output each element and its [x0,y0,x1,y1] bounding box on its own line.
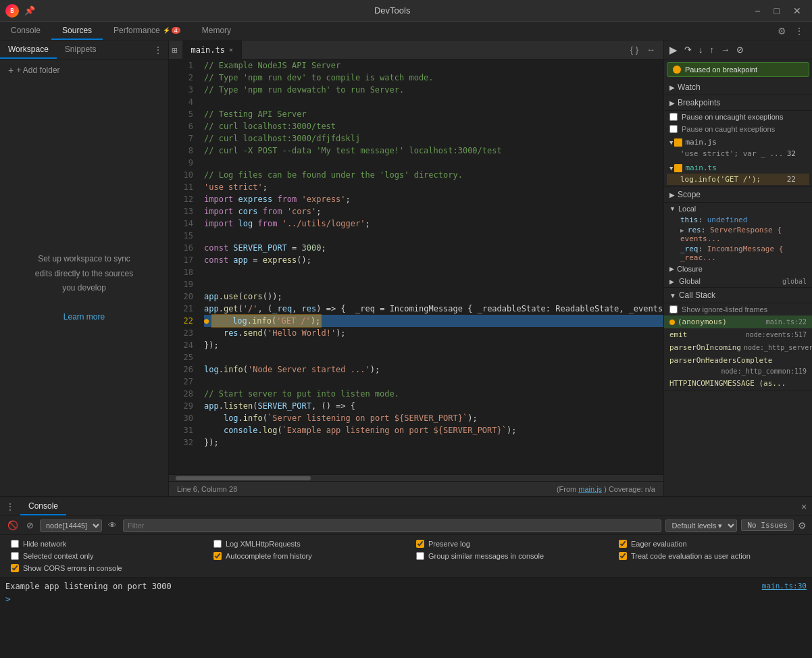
learn-more-link[interactable]: Learn more [64,312,105,322]
call-stack-section-header[interactable]: ▼ Call Stack [664,287,812,303]
scope-local-header[interactable]: ▼ Local [664,203,812,215]
console-tab-item[interactable]: Console [20,497,66,515]
add-folder-button[interactable]: + + Add folder [0,59,168,81]
console-input[interactable] [16,594,807,604]
scope-item-req: _req: IncomingMessage { _reac... [675,244,812,263]
code-line: // curl -X POST --data 'My test message!… [204,145,663,157]
scope-item-res[interactable]: ▶ res: ServerResponse { events... [675,225,812,244]
show-ignore-checkbox[interactable] [669,305,678,313]
bp-file-name-main-js: main.js [685,138,716,147]
treat-code-checkbox[interactable] [619,552,627,560]
eager-eval-checkbox[interactable] [619,540,627,548]
file-tab-bar: ⊞ main.ts ✕ { } ↔ [169,41,663,59]
code-line-22: ● log.info('GET /'); [204,315,663,327]
pause-uncaught-label: Pause on uncaught exceptions [682,113,783,121]
right-panel: ▶ ↷ ↓ ↑ → ⊘ Paused on breakpoint ▶ Watch… [663,41,812,496]
opt-preserve-log: Preserve log [405,538,608,550]
left-sidebar: Workspace Snippets ⋮ + + Add folder Set … [0,41,169,496]
code-scroll-area[interactable]: 1 2 3 4 5 6 7 8 9 10 11 12 13 14 15 16 1 [169,59,663,474]
devtools-settings-button[interactable]: ⚙ [775,24,789,38]
status-bar: Line 6, Column 28 (From main.js ) Covera… [169,481,663,496]
code-line: // Type 'npm run dev' to compile is watc… [204,72,663,84]
show-cors-checkbox[interactable] [11,564,19,572]
clear-console-button[interactable]: 🚫 [5,520,20,530]
console-tab-bar: ⋮ Console ✕ [0,497,812,516]
line-numbers: 1 2 3 4 5 6 7 8 9 10 11 12 13 14 15 16 1 [169,59,199,474]
sidebar-more-icon[interactable]: ⋮ [148,45,168,55]
call-stack-item-emit[interactable]: emit node:events:517 [664,328,812,341]
scope-closure-header[interactable]: ▶ Closure [664,263,812,275]
scope-section-header[interactable]: ▶ Scope [664,186,812,203]
watch-label: Watch [678,82,701,92]
console-close-icon[interactable]: ✕ [796,501,812,511]
devtools-more-button[interactable]: ⋮ [792,24,807,38]
file-tab-close[interactable]: ✕ [229,46,233,53]
hide-network-checkbox[interactable] [11,540,19,548]
code-line: }); [204,339,663,351]
step-out-button[interactable]: ↑ [707,43,717,56]
log-location-link[interactable]: main.ts:30 [762,582,807,591]
collapse-button[interactable]: ↔ [644,43,658,56]
console-settings-button[interactable]: ⚙ [798,520,807,531]
preserve-log-checkbox[interactable] [416,540,424,548]
main-js-link[interactable]: main.js [578,485,602,493]
code-line: const app = express(); [204,254,663,266]
code-line [204,96,663,108]
pause-uncaught-checkbox[interactable] [669,113,678,121]
group-similar-checkbox[interactable] [416,552,424,560]
tab-performance[interactable]: Performance ⚡ 4 [103,22,191,40]
node-context-select[interactable]: node[14445] [40,520,102,532]
grid-icon[interactable]: ⊞ [172,45,177,55]
code-line: log.info(`Server listening on port ${SER… [204,412,663,424]
breakpoint-file-main-js: ▼ main.js 'use strict'; var _ ... 32 [664,135,812,161]
horizontal-scrollbar[interactable] [169,474,663,481]
step-over-button[interactable]: ↷ [682,43,694,56]
debug-toolbar: ▶ ↷ ↓ ↑ → ⊘ [664,41,812,59]
close-button[interactable]: ✕ [788,4,807,18]
file-tab-main-ts[interactable]: main.ts ✕ [182,41,242,59]
code-line: app.use(cors()); [204,290,663,303]
autocomplete-checkbox[interactable] [213,552,222,560]
pause-caught-label: Pause on caught exceptions [682,125,775,133]
log-xml-checkbox[interactable] [213,540,222,548]
pin-icon[interactable]: 📌 [24,5,35,16]
format-button[interactable]: { } [628,43,641,56]
call-stack-item-parseronHeaders[interactable]: parserOnHeadersComplete node:_http_commo… [664,354,812,377]
plus-icon: + [8,65,14,76]
call-stack-item-parseronIncoming[interactable]: parserOnIncoming node:_http_server:1107 [664,341,812,354]
file-arrow-icon: ▼ [669,139,673,146]
show-ignore-label: Show ignore-listed frames [682,305,767,313]
pause-caught-checkbox[interactable] [669,125,678,133]
scope-global-header[interactable]: ▶ Global global [664,275,812,287]
code-editor-area: ⊞ main.ts ✕ { } ↔ 1 2 3 4 5 6 [169,41,663,496]
selected-ctx-checkbox[interactable] [11,552,19,560]
deactivate-button[interactable]: ⊘ [734,43,746,56]
sidebar-tab-snippets[interactable]: Snippets [57,41,105,59]
breakpoints-section-header[interactable]: ▶ Breakpoints [664,95,812,111]
step-button[interactable]: → [718,43,732,56]
watch-section-header[interactable]: ▶ Watch [664,80,812,95]
tab-sources[interactable]: Sources [51,22,103,40]
sidebar-tab-workspace[interactable]: Workspace [0,41,57,59]
code-line: }); [204,436,663,449]
filter-toggle-button[interactable]: ⊘ [24,520,36,530]
code-line: app.listen(SERVER_PORT, () => { [204,400,663,412]
tab-console[interactable]: Console [0,22,51,40]
local-label: Local [678,205,696,213]
console-filter-input[interactable] [123,520,661,532]
console-tab-dots-icon[interactable]: ⋮ [0,501,20,512]
tab-memory[interactable]: Memory [191,22,242,40]
resume-button[interactable]: ▶ [667,43,680,57]
breakpoints-arrow-icon: ▶ [669,99,675,107]
pause-banner: Paused on breakpoint [667,62,809,77]
call-stack-item-anonymous[interactable]: (anonymous) main.ts:22 [664,315,812,328]
step-into-button[interactable]: ↓ [696,43,706,56]
maximize-button[interactable]: □ [769,4,785,18]
opt-show-cors: Show CORS errors in console [0,562,203,574]
cs-dot-icon [669,320,675,325]
workspace-empty-text: Set up workspace to syncedits directly t… [35,252,133,296]
minimize-button[interactable]: − [749,4,765,18]
live-expressions-button[interactable]: 👁 [106,520,119,530]
default-levels-select[interactable]: Default levels ▾ [665,520,737,532]
call-stack-item-http[interactable]: HTTPINCOMINGMESSAGE (as... [664,377,812,390]
